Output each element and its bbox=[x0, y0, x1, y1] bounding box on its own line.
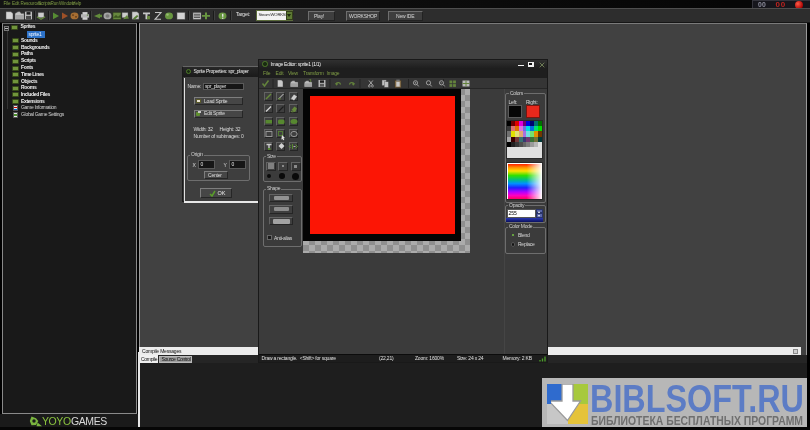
svg-text:YOYO: YOYO bbox=[42, 415, 71, 427]
svg-text:БИБЛИОТЕКА БЕСПЛАТНЫХ ПРОГРАММ: БИБЛИОТЕКА БЕСПЛАТНЫХ ПРОГРАММ bbox=[591, 413, 803, 428]
svg-text:GAMES: GAMES bbox=[71, 415, 107, 427]
